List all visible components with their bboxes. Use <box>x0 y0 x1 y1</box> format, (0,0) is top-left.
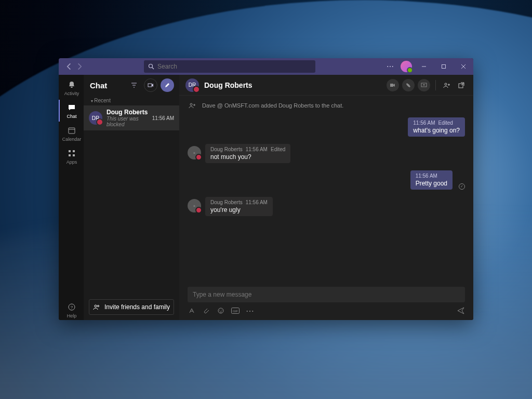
people-icon <box>93 303 100 311</box>
gif-button[interactable]: GIF <box>231 307 240 315</box>
system-message: Dave @ OnMSFT.com added Doug Roberts to … <box>188 101 465 110</box>
compose-input-wrapper[interactable] <box>188 287 465 302</box>
contact-name: Doug Roberts <box>107 109 148 116</box>
chat-list: Chat Recent DR Doug Roberts This user wa… <box>84 75 179 320</box>
rail-calendar[interactable]: Calendar <box>59 123 84 144</box>
rail-activity[interactable]: Activity <box>59 77 84 99</box>
compose-area: GIF ⋯ <box>179 284 473 320</box>
svg-text:?: ? <box>71 305 73 310</box>
send-button[interactable] <box>457 307 465 315</box>
rail-chat[interactable]: Chat <box>59 100 84 122</box>
sender-avatar: ◦ <box>188 146 201 159</box>
meet-now-button[interactable] <box>144 78 157 92</box>
conversation-header: DR Doug Roberts <box>179 75 473 96</box>
sender-avatar: ◦ <box>188 199 201 212</box>
attach-button[interactable] <box>202 307 210 315</box>
conversation-pane: DR Doug Roberts Dave @ OnMSFT.com added … <box>179 75 473 320</box>
calendar-icon <box>66 125 77 136</box>
people-button[interactable] <box>441 79 453 91</box>
svg-rect-5 <box>69 154 71 156</box>
rail-label: Chat <box>66 114 76 119</box>
maximize-button[interactable] <box>436 58 451 75</box>
msg-edited: Edited <box>438 120 453 126</box>
person-add-icon <box>188 101 197 110</box>
msg-body: what's going on? <box>413 127 460 134</box>
recent-section-label[interactable]: Recent <box>84 96 179 105</box>
bell-icon <box>66 79 77 90</box>
msg-time: 11:56 AM <box>416 173 437 179</box>
compose-input[interactable] <box>193 291 460 298</box>
svg-point-18 <box>219 310 220 310</box>
msg-edited: Edited <box>271 147 285 152</box>
svg-rect-6 <box>73 154 75 156</box>
msg-body: Pretty good <box>416 180 447 187</box>
search-icon <box>148 63 154 70</box>
new-chat-button[interactable] <box>161 78 174 92</box>
emoji-button[interactable] <box>217 307 225 315</box>
chat-list-header: Chat <box>84 75 179 96</box>
chat-timestamp: 11:56 AM <box>152 115 174 121</box>
svg-text:GIF: GIF <box>233 310 238 313</box>
svg-point-14 <box>445 83 447 85</box>
share-screen-button[interactable] <box>418 79 430 91</box>
msg-body: you're ugly <box>210 206 268 214</box>
forward-button[interactable] <box>75 63 83 70</box>
chat-list-item[interactable]: DR Doug Roberts This user was blocked 11… <box>84 105 179 130</box>
self-avatar[interactable] <box>401 61 412 72</box>
svg-rect-4 <box>73 150 75 152</box>
filter-button[interactable] <box>127 78 141 92</box>
contact-avatar: DR <box>89 111 102 125</box>
minimize-button[interactable] <box>416 58 432 75</box>
format-button[interactable] <box>188 307 196 315</box>
titlebar: ⋯ <box>59 58 473 75</box>
rail-label: Activity <box>64 91 79 96</box>
header-avatar: DR <box>185 78 199 92</box>
rail-help[interactable]: ? Help <box>59 300 84 320</box>
msg-author: Doug Roberts <box>210 147 243 152</box>
chat-list-title: Chat <box>90 81 127 90</box>
invite-button[interactable]: Invite friends and family <box>89 299 174 315</box>
svg-rect-9 <box>148 84 152 87</box>
msg-time: 11:56 AM <box>246 147 268 152</box>
rail-label: Calendar <box>62 137 82 142</box>
svg-rect-3 <box>69 150 71 152</box>
sent-message[interactable]: 11:56 AM Edited what's going on? <box>188 117 465 137</box>
conversation-title: Doug Roberts <box>204 81 387 89</box>
svg-rect-2 <box>69 128 75 134</box>
svg-point-11 <box>97 305 99 307</box>
msg-time: 11:56 AM <box>246 200 268 205</box>
msg-time: 11:56 AM <box>413 120 435 126</box>
search-input[interactable] <box>157 63 311 70</box>
back-button[interactable] <box>66 63 73 70</box>
message-thread[interactable]: Dave @ OnMSFT.com added Doug Roberts to … <box>179 96 473 284</box>
svg-point-16 <box>190 103 192 105</box>
audio-call-button[interactable] <box>402 79 415 91</box>
svg-point-19 <box>221 310 222 310</box>
teams-window: ⋯ Activity Chat Calendar Apps <box>59 58 473 320</box>
svg-rect-1 <box>442 65 446 69</box>
nav-arrows <box>59 63 83 70</box>
read-receipt-icon: ✓ <box>459 183 465 190</box>
help-icon: ? <box>66 302 77 312</box>
system-text: Dave @ OnMSFT.com added Doug Roberts to … <box>202 102 343 109</box>
rail-label: Help <box>67 313 77 318</box>
close-button[interactable] <box>456 58 471 75</box>
msg-author: Doug Roberts <box>210 200 243 205</box>
svg-rect-12 <box>390 84 393 87</box>
svg-point-10 <box>95 305 97 307</box>
app-rail: Activity Chat Calendar Apps ? Help <box>59 75 84 320</box>
rail-apps[interactable]: Apps <box>59 145 84 167</box>
more-menu[interactable]: ⋯ <box>384 62 396 71</box>
video-call-button[interactable] <box>387 79 399 91</box>
svg-point-0 <box>149 64 153 68</box>
popout-button[interactable] <box>456 79 467 91</box>
search-box[interactable] <box>144 60 315 73</box>
received-message[interactable]: ◦ Doug Roberts 11:56 AM Edited not much … <box>188 144 465 163</box>
svg-point-17 <box>218 308 223 313</box>
chat-icon <box>66 102 77 113</box>
apps-icon <box>66 148 77 158</box>
sent-message[interactable]: 11:56 AM Pretty good ✓ <box>188 170 465 190</box>
received-message[interactable]: ◦ Doug Roberts 11:56 AM you're ugly <box>188 197 465 216</box>
more-compose-button[interactable]: ⋯ <box>246 307 254 315</box>
invite-label: Invite friends and family <box>104 303 170 311</box>
